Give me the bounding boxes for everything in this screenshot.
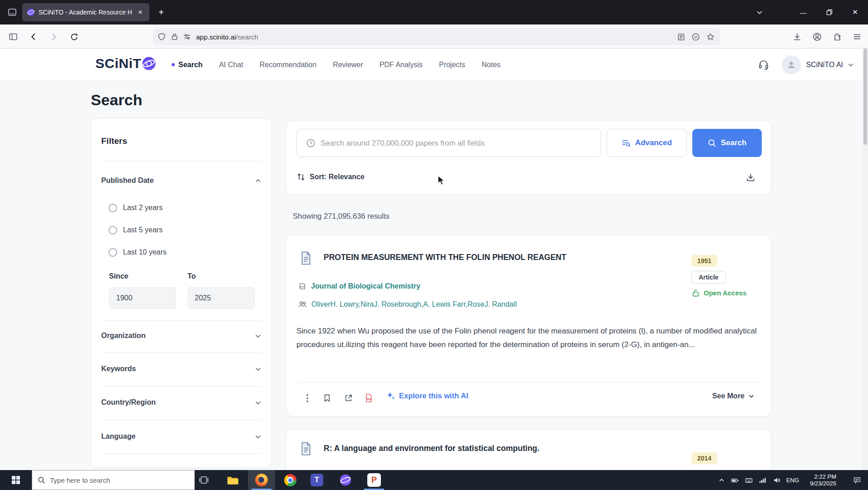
nav-item-reviewer[interactable]: Reviewer — [333, 61, 363, 69]
bookmark-icon[interactable] — [321, 392, 333, 404]
result-title[interactable]: PROTEIN MEASUREMENT WITH THE FOLIN PHENO… — [324, 253, 680, 262]
tab-title: SCiNiTO - Academic Resource H — [39, 9, 132, 16]
filter-section-organization[interactable]: Organization — [101, 328, 261, 343]
new-tab-button[interactable]: + — [155, 6, 168, 19]
tab-close-icon[interactable]: ✕ — [136, 8, 145, 17]
scinito-globe-icon — [142, 56, 156, 71]
document-icon — [298, 441, 314, 456]
chrome-icon[interactable] — [276, 470, 304, 490]
filter-section-language[interactable]: Language — [101, 429, 261, 444]
filter-section-published-date[interactable]: Published Date — [101, 173, 261, 188]
authors-row: OliverH. Lowry,NiraJ. Rosebrough,A. Lewi… — [298, 300, 517, 309]
account-icon[interactable] — [811, 30, 824, 43]
search-panel: Advanced Search Sort: Relevance — [286, 121, 771, 195]
menu-icon[interactable] — [851, 30, 863, 43]
firefox-icon[interactable] — [248, 470, 275, 490]
taskbar-search-input[interactable] — [50, 476, 189, 484]
save-to-pocket-icon[interactable] — [692, 33, 700, 41]
extensions-icon[interactable] — [831, 30, 843, 43]
authors-link[interactable]: OliverH. Lowry,NiraJ. Rosebrough,A. Lewi… — [311, 300, 517, 309]
main-nav: Search AI Chat Recommendation Reviewer P… — [172, 49, 501, 81]
article-type-badge: Article — [691, 271, 726, 284]
battery-icon[interactable] — [729, 475, 740, 485]
tracking-shield-icon[interactable] — [158, 33, 166, 41]
bookmark-star-icon[interactable] — [706, 33, 715, 41]
browser-tab[interactable]: SCiNiTO - Academic Resource H ✕ — [22, 3, 149, 21]
sidebar-toggle-icon[interactable] — [7, 30, 20, 43]
advanced-search-button[interactable]: Advanced — [607, 129, 687, 157]
to-input[interactable] — [187, 287, 255, 309]
radio-last-5-years[interactable]: Last 5 years — [108, 225, 163, 235]
result-meta: 1951 Article Open Access — [691, 255, 747, 297]
open-access: Open Access — [691, 289, 747, 297]
volume-icon[interactable] — [771, 475, 782, 485]
back-icon[interactable] — [27, 30, 40, 43]
chevron-down-icon — [255, 333, 261, 339]
chevron-up-icon — [255, 177, 261, 184]
radio-last-10-years[interactable]: Last 10 years — [108, 247, 167, 258]
taskbar-clock[interactable]: 2:22 PM 9/23/2025 — [798, 470, 838, 490]
since-input[interactable] — [109, 287, 176, 309]
radio-last-2-years[interactable]: Last 2 years — [108, 202, 163, 213]
site-permissions-icon[interactable] — [183, 33, 191, 40]
unlock-icon — [691, 289, 700, 297]
external-link-icon[interactable] — [342, 392, 354, 404]
search-button[interactable]: Search — [692, 129, 762, 157]
scinito-logo[interactable]: SCiNiT — [95, 56, 156, 71]
powerpoint-icon[interactable]: P — [360, 470, 388, 490]
touch-keyboard-icon[interactable] — [743, 475, 754, 485]
journal-link[interactable]: Journal of Biological Chemistry — [311, 282, 420, 290]
account-chevron-icon — [848, 62, 854, 68]
reader-view-icon[interactable] — [677, 33, 685, 41]
task-view-button[interactable] — [190, 470, 217, 490]
url-text[interactable]: app.scinito.ai/search — [196, 33, 677, 41]
browser-tabstrip: SCiNiTO - Academic Resource H ✕ + — ✕ — [0, 0, 868, 24]
reload-icon[interactable] — [68, 30, 80, 43]
nav-item-search[interactable]: Search — [172, 61, 202, 69]
list-all-tabs-icon[interactable] — [753, 7, 766, 18]
network-icon[interactable] — [757, 475, 768, 485]
sort-control[interactable]: Sort: Relevance — [296, 167, 365, 187]
window-controls: — ✕ — [790, 0, 868, 24]
page-scrollbar[interactable] — [863, 49, 868, 470]
explore-with-ai-button[interactable]: Explore this with AI — [386, 391, 469, 400]
scinito-app-icon[interactable] — [332, 470, 359, 490]
search-input[interactable] — [321, 139, 592, 147]
firefox-view-icon[interactable] — [5, 6, 19, 19]
nav-item-notes[interactable]: Notes — [482, 61, 501, 69]
tray-chevron-up-icon[interactable] — [716, 475, 727, 485]
teams-icon[interactable]: T — [303, 470, 330, 490]
export-results-icon[interactable] — [744, 168, 757, 186]
result-abstract: Since 1922 when Wu proposed the use of t… — [296, 324, 763, 352]
forward-icon[interactable] — [47, 30, 60, 43]
results-count: Showing 271,095,636 results — [293, 212, 390, 220]
result-title[interactable]: R: A language and environment for statis… — [324, 444, 680, 453]
window-restore-button[interactable] — [816, 0, 842, 24]
see-more-button[interactable]: See More — [712, 392, 755, 400]
filters-title: Filters — [101, 136, 127, 146]
divider — [101, 386, 261, 387]
nav-item-recommendation[interactable]: Recommendation — [260, 61, 316, 69]
nav-item-ai-chat[interactable]: AI Chat — [219, 61, 243, 69]
scrollbar-thumb[interactable] — [863, 49, 867, 145]
nav-item-projects[interactable]: Projects — [439, 61, 465, 69]
filter-section-keywords[interactable]: Keywords — [101, 361, 261, 377]
taskbar-search[interactable] — [32, 470, 195, 490]
support-headset-icon[interactable] — [758, 59, 769, 70]
avatar — [782, 55, 801, 74]
file-explorer-icon[interactable] — [219, 470, 246, 490]
pdf-icon[interactable]: PDF — [363, 392, 375, 404]
sort-arrows-icon — [296, 172, 306, 181]
nav-item-pdf-analysis[interactable]: PDF Analysis — [380, 61, 423, 69]
window-minimize-button[interactable]: — — [790, 0, 816, 24]
filter-section-country-region[interactable]: Country/Region — [101, 395, 261, 410]
start-button[interactable] — [0, 470, 32, 490]
svg-text:PDF: PDF — [366, 397, 372, 400]
url-bar[interactable]: app.scinito.ai/search — [153, 28, 720, 45]
downloads-icon[interactable] — [791, 30, 804, 43]
more-options-icon[interactable]: ⋮ — [301, 392, 313, 404]
account-menu[interactable]: SCiNiTO AI — [782, 49, 857, 81]
window-close-button[interactable]: ✕ — [842, 0, 868, 24]
lock-icon[interactable] — [171, 33, 178, 40]
action-center-icon[interactable] — [848, 470, 866, 490]
